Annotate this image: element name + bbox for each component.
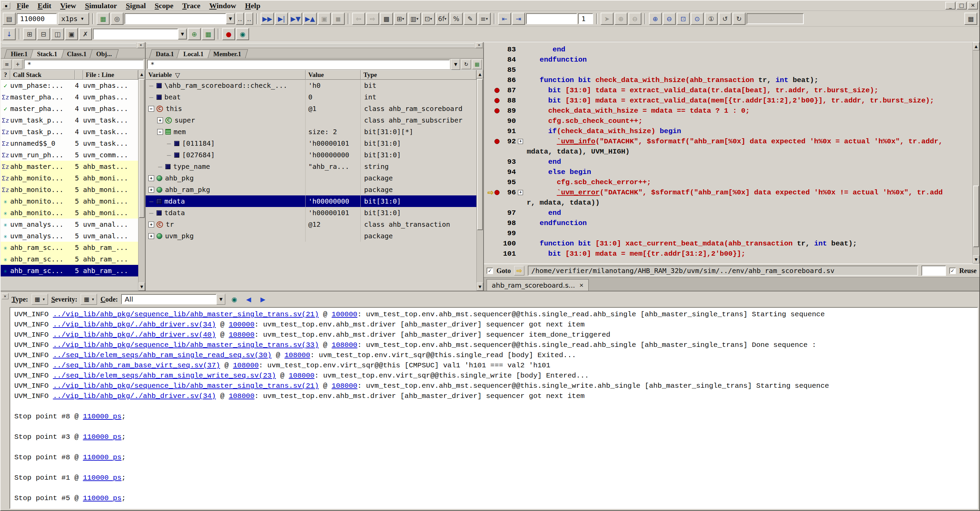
filter-dropdown-icon[interactable]: ▼ xyxy=(451,59,460,70)
stack-row[interactable]: ✳ahb_monito...5ahb_moni... xyxy=(1,207,138,218)
line-number[interactable]: 95 xyxy=(500,178,518,186)
variable-row[interactable]: –[027684]'h00000000bit[31:0] xyxy=(146,149,476,161)
source-line[interactable]: 97 end xyxy=(484,208,972,218)
expand-all-icon[interactable]: + xyxy=(13,60,22,69)
line-number[interactable]: 90 xyxy=(500,117,518,125)
step-out-icon[interactable]: ▶▲ xyxy=(303,13,317,25)
breakpoint-icon[interactable] xyxy=(495,88,500,93)
line-number[interactable]: 87 xyxy=(500,86,518,94)
copy-signal-icon[interactable]: ◫ xyxy=(51,28,64,40)
scroll-up-icon[interactable]: ▲ xyxy=(138,70,145,78)
line-number[interactable]: 96 xyxy=(500,189,518,196)
source-line[interactable]: 92+ `uvm_info("DATACHK", $sformatf("ahb_… xyxy=(484,136,972,146)
log-file-link[interactable]: ../seq_lib/elem_seqs/ahb_ram_single_read… xyxy=(53,351,272,359)
line-number[interactable]: 98 xyxy=(500,219,518,227)
source-line[interactable]: 93 end xyxy=(484,157,972,167)
stack-filter-menu-icon[interactable]: ≡ xyxy=(2,60,11,69)
expand-icon[interactable]: + xyxy=(148,233,154,239)
grid-view-icon[interactable]: ▦ xyxy=(202,28,215,40)
log-file-link[interactable]: ../vip_lib/ahb_pkg/sequence_lib/ahb_mast… xyxy=(53,382,318,390)
add-group-icon[interactable]: ⊞ xyxy=(23,28,36,40)
goto-arrow-icon[interactable]: ⇨ xyxy=(514,266,524,275)
source-line[interactable]: 101 bit [31:0] mdata = mem[{tr.addr[31:2… xyxy=(484,248,972,259)
menu-signal[interactable]: Signal xyxy=(121,2,150,10)
close-panel-icon[interactable]: ✕ xyxy=(137,43,144,48)
stack-row[interactable]: Σzmaster_pha...4uvm_phas... xyxy=(1,91,138,103)
file-tab[interactable]: ahb_ram_scoreboard.s... × xyxy=(487,279,589,291)
delete-signal-icon[interactable]: ✗ xyxy=(79,28,92,40)
stack-row[interactable]: Σzahb_monito...5ahb_moni... xyxy=(1,184,138,196)
annotate-icon[interactable]: ✎ xyxy=(464,13,477,25)
log-time-link[interactable]: 108000 xyxy=(332,382,358,390)
signal-combo-arrow[interactable]: ▼ xyxy=(226,13,235,24)
line-number[interactable]: 101 xyxy=(500,250,518,258)
stack-panel-titlebar[interactable]: ✕ xyxy=(1,42,145,48)
layout-grid-icon[interactable]: ▦ xyxy=(964,13,977,25)
severity-filter-dropdown[interactable]: ▦▾ xyxy=(81,294,97,305)
minimize-button[interactable]: _ xyxy=(945,2,956,10)
scope-combo-arrow[interactable]: ▼ xyxy=(178,29,187,40)
type-column-header[interactable]: Type xyxy=(361,70,476,80)
line-number[interactable]: 99 xyxy=(500,229,518,237)
zoom-out-icon[interactable]: ⊖ xyxy=(663,13,676,25)
remove-group-icon[interactable]: ⊟ xyxy=(37,28,50,40)
goto-start-icon[interactable]: ⇤ xyxy=(498,13,511,25)
stack-row[interactable]: Σzuvm_task_p...4uvm_task... xyxy=(1,126,138,137)
next-message-icon[interactable]: ▶ xyxy=(257,294,268,305)
locate-message-icon[interactable]: ◉ xyxy=(229,294,240,305)
menu-window[interactable]: Window xyxy=(205,2,240,10)
reuse-checkbox[interactable]: ✓ xyxy=(950,267,956,274)
stop-time-link[interactable]: 110000 ps xyxy=(83,433,121,441)
type-filter-dropdown[interactable]: ▦▾ xyxy=(32,294,48,305)
source-line[interactable]: 88 bit [31:0] mdata = extract_valid_data… xyxy=(484,96,972,105)
line-number[interactable]: 100 xyxy=(500,240,518,247)
code-filter-dropdown-icon[interactable]: ▼ xyxy=(216,294,225,305)
variable-row[interactable]: +Csuperclass ahb_ram_subscriber xyxy=(146,115,476,126)
menu-help[interactable]: Help xyxy=(240,2,265,10)
next-step-icon[interactable]: ▶▼ xyxy=(289,13,302,25)
time-unit-dropdown[interactable]: x1ps▼ xyxy=(58,13,89,25)
goto-checkbox[interactable]: ✓ xyxy=(487,267,493,274)
source-line[interactable]: 86 function bit check_data_with_hsize(ah… xyxy=(484,75,972,85)
next-match-icon[interactable]: ‥ xyxy=(245,13,253,25)
stack-row[interactable]: ✓master_pha...4uvm_phas... xyxy=(1,103,138,115)
zoom-next-icon[interactable]: ↻ xyxy=(733,13,746,25)
tab-data1[interactable]: Data.1 xyxy=(149,49,181,58)
stack-row[interactable]: ✳uvm_analys...5uvm_anal... xyxy=(1,230,138,242)
line-number[interactable]: 83 xyxy=(500,46,518,53)
stop-time-link[interactable]: 110000 ps xyxy=(83,454,121,461)
interactive-mode-icon[interactable]: ◉ xyxy=(236,28,249,40)
collapse-icon[interactable]: − xyxy=(148,106,154,111)
log-file-link[interactable]: ../vip_lib/ahb_pkg/./ahb_driver.sv(34) xyxy=(53,392,216,400)
tab-stack1[interactable]: Stack.1 xyxy=(30,49,64,58)
variables-filter-input[interactable]: * xyxy=(147,60,450,69)
add-scope-icon[interactable]: ⊕ xyxy=(188,28,201,40)
line-number[interactable]: 85 xyxy=(500,66,518,74)
expand-icon[interactable]: + xyxy=(148,175,154,181)
radix-dropdown[interactable]: 6f ▾ xyxy=(436,13,449,25)
variable-row[interactable]: +ahb_ram_pkgpackage xyxy=(146,184,476,196)
variable-row[interactable]: +uvm_pkgpackage xyxy=(146,230,476,242)
stack-row[interactable]: ✳ahb_ram_sc...5ahb_ram_... xyxy=(1,265,138,277)
source-line[interactable]: 94 else begin xyxy=(484,167,972,177)
goto-end-icon[interactable]: ⇥ xyxy=(512,13,525,25)
schematic-dropdown[interactable]: ⊞ ▾ xyxy=(394,13,407,25)
source-line[interactable]: 89 check_data_with_hsize = mdata == tdat… xyxy=(484,105,972,116)
status-column-header[interactable]: ? xyxy=(1,70,10,80)
variable-row[interactable]: +ahb_pkgpackage xyxy=(146,172,476,184)
log-file-link[interactable]: ../vip_lib/ahb_pkg/sequence_lib/ahb_mast… xyxy=(53,341,318,349)
search-count-field[interactable]: 1 xyxy=(578,13,593,24)
menu-trace[interactable]: Trace xyxy=(178,2,205,10)
signal-combo[interactable] xyxy=(124,13,226,24)
variable-row[interactable]: +Ctr@12class ahb_transaction xyxy=(146,218,476,230)
find-signal-icon[interactable]: ◎ xyxy=(111,13,124,25)
source-line[interactable]: 83 end xyxy=(484,44,972,54)
expand-icon[interactable]: + xyxy=(148,187,154,193)
file-tab-close-icon[interactable]: × xyxy=(579,282,584,288)
log-file-link[interactable]: ../vip_lib/ahb_pkg/sequence_lib/ahb_mast… xyxy=(53,310,318,318)
log-file-link[interactable]: ../seq_lib/elem_seqs/ahb_ram_single_writ… xyxy=(53,372,275,380)
callstack-column-header[interactable]: Call Stack xyxy=(10,70,75,80)
grid-icon[interactable]: ▦ xyxy=(472,60,482,69)
code-filter-value[interactable]: All xyxy=(121,294,216,304)
tab-obj[interactable]: Obj... xyxy=(89,49,118,58)
